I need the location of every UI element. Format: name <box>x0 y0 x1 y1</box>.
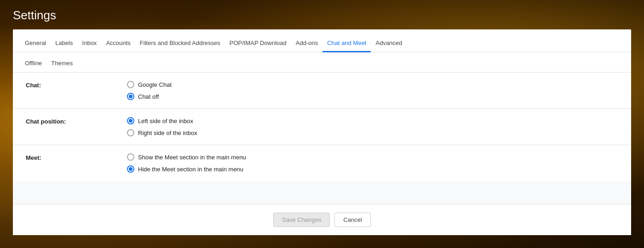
content-area: Chat: Google Chat Chat off Chat position… <box>13 73 631 204</box>
chat-google-chat-radio[interactable] <box>127 81 134 88</box>
hide-meet-option[interactable]: Hide the Meet section in the main menu <box>127 165 624 173</box>
chat-google-chat-label: Google Chat <box>138 81 172 88</box>
tab-add-ons[interactable]: Add-ons <box>291 33 322 52</box>
tabs-row-1: General Labels Inbox Accounts Filters an… <box>13 29 631 52</box>
tab-filters[interactable]: Filters and Blocked Addresses <box>135 33 225 52</box>
right-side-radio[interactable] <box>127 129 134 136</box>
save-changes-button[interactable]: Save Changes <box>273 213 330 227</box>
show-meet-option[interactable]: Show the Meet section in the main menu <box>127 153 624 161</box>
chat-position-options: Left side of the inbox Right side of the… <box>127 117 624 136</box>
meet-label: Meet: <box>26 153 127 161</box>
tab-labels[interactable]: Labels <box>51 33 77 52</box>
tab-general[interactable]: General <box>20 33 51 52</box>
tab-inbox[interactable]: Inbox <box>78 33 102 52</box>
chat-off-option[interactable]: Chat off <box>127 93 624 100</box>
meet-options: Show the Meet section in the main menu H… <box>127 153 624 173</box>
hide-meet-label: Hide the Meet section in the main menu <box>138 166 243 173</box>
hide-meet-radio[interactable] <box>127 165 134 173</box>
show-meet-label: Show the Meet section in the main menu <box>138 154 246 161</box>
left-side-radio[interactable] <box>127 117 134 124</box>
tab-chat-meet[interactable]: Chat and Meet <box>322 33 371 52</box>
chat-section: Chat: Google Chat Chat off <box>13 73 631 109</box>
settings-panel: General Labels Inbox Accounts Filters an… <box>13 29 631 235</box>
meet-section: Meet: Show the Meet section in the main … <box>13 145 631 181</box>
chat-off-radio[interactable] <box>127 93 134 100</box>
tab-advanced[interactable]: Advanced <box>371 33 407 52</box>
chat-off-label: Chat off <box>138 93 159 100</box>
tab-pop-imap[interactable]: POP/IMAP Download <box>225 33 291 52</box>
chat-options: Google Chat Chat off <box>127 81 624 100</box>
right-side-option[interactable]: Right side of the inbox <box>127 129 624 136</box>
chat-label: Chat: <box>26 81 127 89</box>
left-side-option[interactable]: Left side of the inbox <box>127 117 624 124</box>
footer: Save Changes Cancel <box>13 204 631 235</box>
right-side-label: Right side of the inbox <box>138 130 197 136</box>
page-title: Settings <box>13 8 56 23</box>
chat-position-label: Chat position: <box>26 117 127 125</box>
tab-accounts[interactable]: Accounts <box>101 33 135 52</box>
tab-themes[interactable]: Themes <box>46 53 77 73</box>
tab-offline[interactable]: Offline <box>20 53 46 73</box>
tabs-row-2: Offline Themes <box>13 52 631 73</box>
left-side-label: Left side of the inbox <box>138 118 193 124</box>
cancel-button[interactable]: Cancel <box>334 213 370 227</box>
chat-google-chat-option[interactable]: Google Chat <box>127 81 624 88</box>
show-meet-radio[interactable] <box>127 153 134 161</box>
chat-position-section: Chat position: Left side of the inbox Ri… <box>13 109 631 145</box>
